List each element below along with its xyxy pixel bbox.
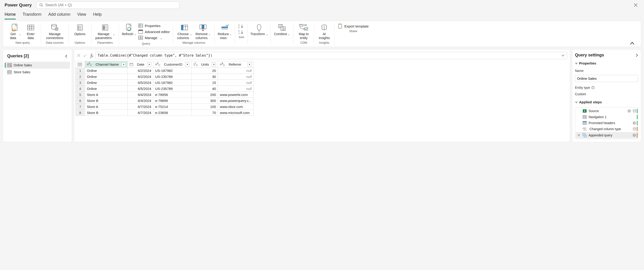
- cell-date[interactable]: 6/4/2024: [128, 92, 153, 98]
- cell-referrer[interactable]: null: [218, 74, 254, 80]
- applied-step[interactable]: ✕XSource: [576, 108, 638, 114]
- cell-units[interactable]: 20: [192, 68, 218, 74]
- row-header[interactable]: 1: [76, 68, 85, 74]
- gear-icon[interactable]: [627, 109, 631, 113]
- get-data-button[interactable]: Get data: [8, 23, 22, 40]
- table-row[interactable]: 3Online6/5/2024US-18798215null: [76, 80, 254, 86]
- cell-referrer[interactable]: www.powerbi.com: [218, 92, 254, 98]
- delete-step-button[interactable]: ✕: [577, 133, 581, 137]
- column-filter-button[interactable]: ▾: [185, 62, 189, 67]
- cell-referrer[interactable]: www.powerquery.c...: [218, 98, 254, 104]
- column-filter-button[interactable]: ▾: [147, 62, 151, 67]
- cell-channel[interactable]: Online: [85, 86, 128, 92]
- cell-customerid[interactable]: US-187982: [153, 80, 192, 86]
- tab-view[interactable]: View: [77, 12, 86, 20]
- advanced-editor-button[interactable]: Advanced editor: [138, 29, 170, 34]
- sort-desc-button[interactable]: ZA: [238, 30, 244, 35]
- reduce-rows-button[interactable]: Reduce rows: [218, 23, 232, 40]
- row-header[interactable]: 3: [76, 80, 85, 86]
- gear-icon[interactable]: [632, 121, 636, 125]
- cell-date[interactable]: 6/2/2024: [128, 68, 153, 74]
- cancel-formula-button[interactable]: [77, 54, 80, 57]
- remove-columns-button[interactable]: Remove columns: [195, 23, 211, 40]
- choose-columns-button[interactable]: Choose columns: [176, 23, 192, 40]
- cell-date[interactable]: 6/7/2024: [128, 110, 153, 116]
- manage-connections-button[interactable]: Manage connections: [44, 23, 65, 40]
- cell-customerid[interactable]: US-187982: [153, 68, 192, 74]
- collapse-ribbon-button[interactable]: [628, 40, 636, 46]
- cell-channel[interactable]: Online: [85, 74, 128, 80]
- query-name-input[interactable]: [575, 75, 638, 82]
- cell-customerid[interactable]: US-235789: [153, 86, 192, 92]
- row-header[interactable]: 8: [76, 110, 85, 116]
- properties-section-toggle[interactable]: Properties: [575, 61, 638, 65]
- cell-customerid[interactable]: e-78899: [153, 98, 192, 104]
- cell-customerid[interactable]: e-75214: [153, 104, 192, 110]
- cell-referrer[interactable]: null: [218, 80, 254, 86]
- row-header[interactable]: 7: [76, 104, 85, 110]
- cell-date[interactable]: 6/2/2024: [128, 74, 153, 80]
- cell-channel[interactable]: Online: [85, 68, 128, 74]
- row-header[interactable]: 5: [76, 92, 85, 98]
- table-row[interactable]: 8Store B6/7/2024e-2365870www.microsoft.c…: [76, 110, 254, 116]
- applied-step[interactable]: ✕Promoted headers: [576, 120, 638, 126]
- cell-channel[interactable]: Online: [85, 80, 128, 86]
- data-grid[interactable]: ABC Channel Name▾ Date▾ ABC CustomerID▾ …: [76, 61, 254, 116]
- properties-button[interactable]: Properties: [138, 23, 170, 28]
- cell-referrer[interactable]: www.microsoft.com: [218, 110, 254, 116]
- tab-help[interactable]: Help: [93, 12, 102, 20]
- cell-units[interactable]: 200: [192, 92, 218, 98]
- tab-add-column[interactable]: Add column: [48, 12, 70, 20]
- cell-units[interactable]: 15: [192, 80, 218, 86]
- row-header[interactable]: 2: [76, 74, 85, 80]
- column-filter-button[interactable]: ▾: [122, 62, 126, 67]
- applied-steps-section-toggle[interactable]: Applied steps: [575, 100, 638, 104]
- expand-settings-button[interactable]: [636, 53, 638, 57]
- options-button[interactable]: Options: [72, 23, 88, 40]
- applied-step[interactable]: ✕Appended query: [576, 132, 638, 138]
- cell-units[interactable]: 30: [192, 74, 218, 80]
- global-search[interactable]: [36, 2, 180, 9]
- column-filter-button[interactable]: ▾: [212, 62, 216, 67]
- collapse-queries-button[interactable]: [65, 54, 68, 58]
- tab-transform[interactable]: Transform: [23, 12, 41, 20]
- cell-units[interactable]: 100: [192, 104, 218, 110]
- cell-units[interactable]: 40: [192, 86, 218, 92]
- column-header-date[interactable]: Date▾: [128, 61, 153, 68]
- cell-date[interactable]: 6/4/2024: [128, 98, 153, 104]
- applied-step[interactable]: ✕ABC123Changed column type: [576, 126, 638, 132]
- table-row[interactable]: 6Store B6/4/2024e-78899300www.powerquery…: [76, 98, 254, 104]
- manage-parameters-button[interactable]: Manage parameters: [95, 23, 116, 40]
- gear-icon[interactable]: [632, 133, 636, 137]
- column-filter-button[interactable]: ▾: [248, 62, 252, 67]
- formula-bar[interactable]: Table.Combine({#"Changed column type", #…: [95, 52, 567, 59]
- cell-date[interactable]: 6/5/2024: [128, 86, 153, 92]
- table-row[interactable]: 5Store A6/4/2024e-78956200www.powerbi.co…: [76, 92, 254, 98]
- combine-button[interactable]: Combine: [274, 23, 290, 40]
- select-all-corner[interactable]: [76, 61, 85, 68]
- tab-home[interactable]: Home: [4, 12, 16, 20]
- applied-step[interactable]: ✕Navigation 1: [576, 114, 638, 120]
- cell-channel[interactable]: Store B: [85, 110, 128, 116]
- column-header-customerid[interactable]: ABC CustomerID▾: [153, 61, 192, 68]
- column-header-referrer[interactable]: ABC Referrer▾: [218, 61, 254, 68]
- close-button[interactable]: [632, 2, 640, 8]
- table-row[interactable]: 2Online6/2/2024US-23578930null: [76, 74, 254, 80]
- column-header-units[interactable]: 123 Units▾: [192, 61, 218, 68]
- map-to-entity-button[interactable]: CDM Map to entity: [297, 23, 310, 40]
- sort-asc-button[interactable]: AZ: [238, 24, 244, 29]
- cell-date[interactable]: 6/5/2024: [128, 80, 153, 86]
- cell-customerid[interactable]: e-78956: [153, 92, 192, 98]
- info-icon[interactable]: [591, 86, 594, 89]
- cell-channel[interactable]: Store A: [85, 92, 128, 98]
- manage-query-button[interactable]: Manage: [138, 35, 170, 40]
- refresh-button[interactable]: Refresh: [122, 23, 136, 40]
- search-input[interactable]: [45, 3, 176, 7]
- cell-customerid[interactable]: e-23658: [153, 110, 192, 116]
- cell-referrer[interactable]: www.xbox.com: [218, 104, 254, 110]
- ai-insights-button[interactable]: AI insights: [317, 23, 331, 40]
- cell-customerid[interactable]: US-235789: [153, 74, 192, 80]
- cell-referrer[interactable]: null: [218, 86, 254, 92]
- table-row[interactable]: 4Online6/5/2024US-23578940null: [76, 86, 254, 92]
- query-item-online-sales[interactable]: Online Sales: [5, 62, 70, 69]
